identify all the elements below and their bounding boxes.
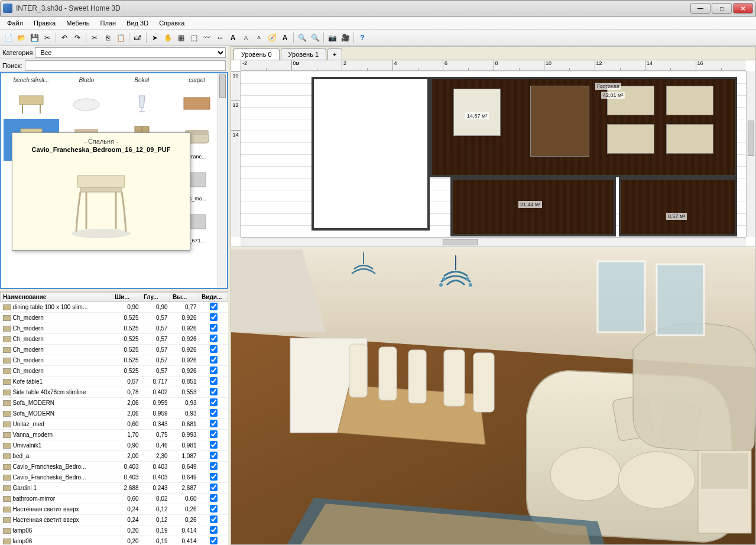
visible-checkbox[interactable] (210, 484, 218, 491)
table-row[interactable]: Unitaz_med0,600,3430,681 (1, 419, 228, 430)
catalog-item[interactable]: Bludo (59, 76, 115, 119)
compass-icon[interactable]: 🧭 (266, 32, 278, 44)
select-icon[interactable]: ➤ (149, 32, 161, 44)
visible-checkbox[interactable] (210, 409, 218, 417)
visible-checkbox[interactable] (210, 313, 218, 321)
paste-icon[interactable]: 📋 (115, 32, 126, 44)
visible-checkbox[interactable] (210, 494, 218, 502)
level-tab[interactable]: Уровень 0 (233, 48, 280, 60)
visible-checkbox[interactable] (210, 303, 218, 310)
visible-checkbox[interactable] (210, 398, 218, 406)
visible-checkbox[interactable] (210, 452, 218, 459)
copy-icon[interactable]: ⎘ (102, 32, 113, 44)
redo-icon[interactable]: ↷ (72, 32, 83, 44)
zoom-in-icon[interactable]: 🔍 (296, 32, 308, 44)
menu-План[interactable]: План (96, 18, 121, 28)
table-row[interactable]: Ch_modern0,5250,570,926 (1, 366, 228, 377)
column-header[interactable]: Ши... (112, 293, 141, 302)
column-header[interactable]: Глу... (141, 293, 170, 302)
visible-checkbox[interactable] (210, 388, 218, 395)
zoom-out-icon[interactable]: 🔍 (309, 32, 321, 44)
visible-checkbox[interactable] (210, 356, 218, 364)
table-row[interactable]: dining table 100 x 100 slim...0,900,900,… (1, 302, 228, 313)
visible-checkbox[interactable] (210, 366, 218, 374)
close-button[interactable]: ✕ (733, 3, 753, 14)
table-row[interactable]: bathroom-mirror0,600,020,60 (1, 494, 228, 504)
table-row[interactable]: Ch_modern0,5250,570,926 (1, 355, 228, 366)
view-3d[interactable] (231, 247, 756, 545)
catalog-item[interactable]: bench slimli... (4, 76, 59, 119)
visible-checkbox[interactable] (210, 441, 218, 449)
text-big-icon[interactable]: A (227, 32, 239, 44)
level-tab[interactable]: Уровень 1 (281, 48, 327, 60)
table-row[interactable]: Ch_modern0,5250,570,926 (1, 313, 228, 323)
open-icon[interactable]: 📂 (15, 32, 27, 44)
visible-checkbox[interactable] (210, 462, 218, 470)
menu-Правка[interactable]: Правка (29, 18, 60, 28)
catalog-item[interactable]: Bokal (114, 76, 170, 119)
column-header[interactable]: Види... (199, 293, 228, 302)
visible-checkbox[interactable] (210, 430, 218, 438)
text-tool-icon[interactable]: A (279, 32, 291, 44)
maximize-button[interactable]: □ (712, 3, 732, 14)
text-small-icon[interactable]: A (240, 32, 252, 44)
column-header[interactable]: Вы... (170, 293, 199, 302)
wall-icon[interactable]: ▦ (175, 32, 187, 44)
add-level-button[interactable]: + (327, 48, 342, 60)
menu-Справка[interactable]: Справка (154, 18, 189, 28)
table-row[interactable]: Cavio_Francheska_Bedro...0,4030,4030,649 (1, 472, 228, 483)
minimize-button[interactable]: — (690, 3, 710, 14)
table-row[interactable]: Sofa_MODERN2,060,9590,93 (1, 408, 228, 419)
undo-icon[interactable]: ↶ (59, 32, 70, 44)
prefs-icon[interactable]: ✂ (41, 32, 53, 44)
visible-checkbox[interactable] (210, 377, 218, 385)
table-row[interactable]: Cavio_Francheska_Bedro...0,4030,4030,649 (1, 462, 228, 472)
room-icon[interactable]: ⬚ (188, 32, 200, 44)
visible-checkbox[interactable] (210, 345, 218, 353)
table-row[interactable]: Umivalnik10,900,460,981 (1, 440, 228, 451)
pan-icon[interactable]: ✋ (162, 32, 174, 44)
table-row[interactable]: lamp060,200,190,414 (1, 536, 228, 546)
menu-Файл[interactable]: Файл (2, 18, 28, 28)
save-icon[interactable]: 💾 (28, 32, 40, 44)
add-furniture-icon[interactable]: 🛋 (132, 32, 144, 44)
column-header[interactable]: Наименование (1, 293, 112, 302)
photo-icon[interactable]: 📷 (326, 32, 338, 44)
video-icon[interactable]: 🎥 (339, 32, 351, 44)
visible-checkbox[interactable] (210, 526, 218, 534)
table-row[interactable]: Настенная светит вверх0,240,120,26 (1, 504, 228, 515)
new-icon[interactable]: 📄 (2, 32, 14, 44)
visible-checkbox[interactable] (210, 420, 218, 427)
table-row[interactable]: Ch_modern0,5250,570,926 (1, 345, 228, 355)
plan-scroll-v[interactable] (746, 71, 755, 237)
visible-checkbox[interactable] (210, 505, 218, 512)
table-row[interactable]: bed_a2,002,301,087 (1, 451, 228, 462)
table-row[interactable]: Настенная светит вверх0,240,120,26 (1, 515, 228, 525)
table-row[interactable]: Ch_modern0,5250,570,926 (1, 334, 228, 345)
table-row[interactable]: lamp060,200,190,414 (1, 525, 228, 536)
table-row[interactable]: Vanna_modern1,700,750,993 (1, 430, 228, 440)
plan-view[interactable]: -20м246810121416 101214 14,87 м² 21,44 м… (231, 60, 755, 246)
plan-scroll-h[interactable] (241, 237, 746, 246)
catalog-item[interactable]: carpet (170, 76, 225, 119)
table-row[interactable]: Kofe table10,570,7170,851 (1, 377, 228, 387)
visible-checkbox[interactable] (210, 324, 218, 332)
visible-checkbox[interactable] (210, 537, 218, 544)
visible-checkbox[interactable] (210, 335, 218, 342)
category-select[interactable]: Все (35, 47, 226, 58)
search-input[interactable] (25, 60, 226, 71)
table-row[interactable]: Sofa_MODERN2,060,9590,93 (1, 398, 228, 408)
visible-checkbox[interactable] (210, 515, 218, 523)
plan-canvas[interactable]: 14,87 м² 21,44 м² 8,57 м² 42,01 м² Гости… (241, 71, 746, 237)
catalog-scrollbar[interactable] (218, 73, 227, 288)
menu-Вид 3D[interactable]: Вид 3D (122, 18, 153, 28)
table-row[interactable]: Side table 40x78cm slimline0,780,4020,55… (1, 387, 228, 398)
table-row[interactable]: Ch_modern0,5250,570,926 (1, 323, 228, 334)
visible-checkbox[interactable] (210, 473, 218, 481)
dimension-icon[interactable]: ↔ (214, 32, 226, 44)
polyline-icon[interactable]: 〰 (201, 32, 213, 44)
table-row[interactable]: Gardini 12,6880,2432,687 (1, 483, 228, 494)
help-icon[interactable]: ? (356, 32, 368, 44)
text-smaller-icon[interactable]: A (253, 32, 265, 44)
menu-Мебель[interactable]: Мебель (61, 18, 94, 28)
